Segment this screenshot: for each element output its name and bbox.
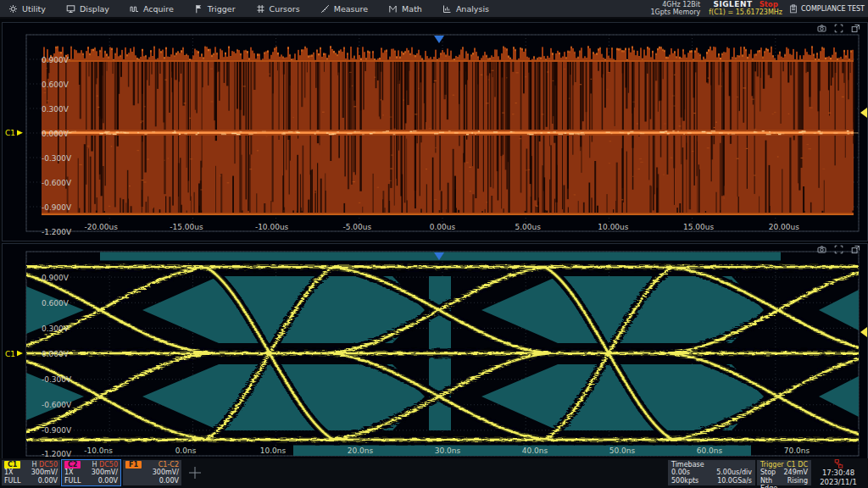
trigger-type: Nth Edge (760, 477, 787, 488)
c2-badge: C2 (64, 461, 81, 469)
svg-text:15.00us: 15.00us (683, 223, 714, 231)
menu-trigger[interactable]: Trigger (194, 0, 236, 17)
menu-acquire[interactable]: Acquire (130, 0, 174, 17)
acquire-wave-icon (130, 4, 139, 14)
c1-offset: 0.00V (38, 477, 58, 485)
f1-source: C1-C2 (159, 461, 179, 469)
c1-offset-marker[interactable]: C1 (5, 129, 23, 137)
trigger-status: Stop (760, 469, 776, 476)
trigger-title: Trigger (760, 461, 784, 469)
channel-f1-box[interactable]: F1 C1-C2 300mV/ 0.00V (123, 460, 181, 485)
c1-coupling-prefix: H (32, 461, 37, 469)
compliance-test-button[interactable]: COMPLIANCE TEST (789, 4, 865, 14)
svg-text:5.00us: 5.00us (515, 223, 541, 231)
menu-analysis[interactable]: Analysis (442, 0, 489, 17)
svg-text:-0.600V: -0.600V (42, 401, 72, 409)
c2-coupling: DC50 (99, 461, 118, 469)
timebase-delay: 0.00s (671, 469, 690, 476)
c2-scale: 300mV/ (92, 469, 118, 476)
brand-block: SIGLENT Stop f(C1) = 15.61723MHz (709, 0, 782, 17)
channel-c1-box[interactable]: C1 H DC50 1X 300mV/ FULL 0.00V (2, 460, 60, 485)
svg-text:C1: C1 (5, 350, 15, 358)
c2-coupling-prefix: H (92, 461, 97, 469)
c1-scale: 300mV/ (31, 469, 58, 476)
menu-cursors[interactable]: Cursors (256, 0, 300, 17)
svg-text:0.600V: 0.600V (42, 299, 70, 308)
maximize-icon[interactable] (834, 245, 843, 254)
channel-c2-box[interactable]: C2 H DC50 1X 300mV/ FULL 0.00V (62, 460, 120, 485)
maximize-icon[interactable] (834, 24, 843, 33)
main-waveform-plot: 0.900V0.600V0.300V0.000V-0.300V-0.600V-0… (3, 23, 867, 241)
eye-diagram-plot: 0.900V0.600V0.300V0.000V-0.300V-0.600V-0… (3, 244, 867, 458)
window-popout-icon[interactable] (851, 245, 860, 254)
compliance-test-label: COMPLIANCE TEST (801, 5, 865, 13)
window-popout-icon[interactable] (851, 24, 860, 33)
svg-text:10.0ns: 10.0ns (260, 446, 287, 455)
c1-bandwidth: FULL (4, 477, 20, 485)
clipboard-icon (789, 4, 798, 14)
trigger-level-marker[interactable] (860, 108, 867, 118)
memory-label: 1Gpts Memory (650, 8, 700, 16)
c1-coupling: DC50 (39, 461, 58, 469)
clock-time: 17:30:48 (811, 469, 865, 478)
svg-text:40.0ns: 40.0ns (522, 446, 548, 455)
cursors-hash-icon (256, 4, 265, 14)
svg-text:-0.900V: -0.900V (42, 426, 72, 435)
svg-text:-10.0ns: -10.0ns (84, 446, 113, 455)
svg-text:-0.300V: -0.300V (42, 154, 72, 163)
menu-display-label: Display (80, 4, 109, 14)
svg-text:0.00us: 0.00us (430, 223, 456, 231)
c2-bandwidth: FULL (64, 477, 81, 485)
menu-measure[interactable]: Measure (320, 0, 368, 17)
acquisition-status[interactable]: Stop (760, 0, 778, 8)
svg-text:-20.00us: -20.00us (84, 223, 118, 231)
trigger-box[interactable]: Trigger C1 DC Stop 249mV Nth Edge Rising (757, 460, 811, 485)
svg-text:50.0ns: 50.0ns (609, 446, 636, 455)
svg-text:0.300V: 0.300V (42, 324, 70, 333)
camera-icon[interactable] (817, 24, 826, 33)
menu-measure-label: Measure (334, 4, 368, 14)
bandwidth-label: 4GHz 12Bit (650, 1, 700, 8)
lan-status-icon[interactable] (833, 459, 844, 469)
svg-text:0.000V: 0.000V (42, 350, 70, 358)
timebase-box[interactable]: Timebase 0.00s 5.00us/div 500kpts 10.0GS… (668, 460, 755, 485)
flag-icon (194, 4, 203, 14)
c1-offset-marker[interactable]: C1 (5, 350, 23, 358)
timebase-title: Timebase (671, 461, 704, 469)
clock-block: 17:30:48 2023/11/1 (811, 459, 865, 487)
trigger-level-marker[interactable] (860, 327, 867, 337)
menu-utility[interactable]: Utility (8, 0, 46, 17)
svg-text:20.00us: 20.00us (769, 223, 799, 231)
f1-scale: 300mV/ (153, 469, 179, 476)
svg-text:-15.00us: -15.00us (170, 223, 203, 231)
svg-text:10.00us: 10.00us (598, 223, 628, 231)
svg-text:-0.600V: -0.600V (42, 179, 72, 187)
menu-display[interactable]: Display (66, 0, 109, 17)
timebase-sample-rate: 10.0GSa/s (717, 477, 752, 485)
eye-diagram-window[interactable]: 0.900V0.600V0.300V0.000V-0.300V-0.600V-0… (2, 243, 868, 459)
svg-text:0.900V: 0.900V (42, 274, 70, 282)
menu-bar: Utility Display Acquire Trigger Cur (0, 0, 868, 19)
gear-icon (8, 4, 18, 14)
svg-text:-0.300V: -0.300V (42, 375, 72, 384)
menu-math-label: Math (402, 4, 422, 14)
svg-text:0.600V: 0.600V (42, 80, 70, 89)
svg-text:0.300V: 0.300V (42, 105, 70, 114)
svg-text:70.0ns: 70.0ns (784, 446, 810, 455)
svg-text:20.0ns: 20.0ns (348, 446, 374, 455)
main-waveform-window[interactable]: 0.900V0.600V0.300V0.000V-0.300V-0.600V-0… (2, 22, 868, 241)
svg-text:C1: C1 (5, 129, 15, 137)
window1-icons (817, 24, 860, 33)
menu-math[interactable]: Math (388, 0, 422, 17)
menu-cursors-label: Cursors (270, 4, 300, 14)
display-icon (66, 4, 75, 14)
frequency-counter: f(C1) = 15.61723MHz (709, 8, 782, 17)
trigger-source: C1 DC (787, 461, 808, 469)
measure-ruler-icon (320, 4, 330, 14)
camera-icon[interactable] (817, 245, 826, 254)
c2-offset: 0.00V (98, 477, 118, 485)
svg-text:-10.00us: -10.00us (255, 223, 289, 231)
add-channel-icon[interactable] (188, 466, 202, 480)
svg-text:60.0ns: 60.0ns (697, 446, 723, 455)
main-waveform-trace (42, 46, 859, 215)
